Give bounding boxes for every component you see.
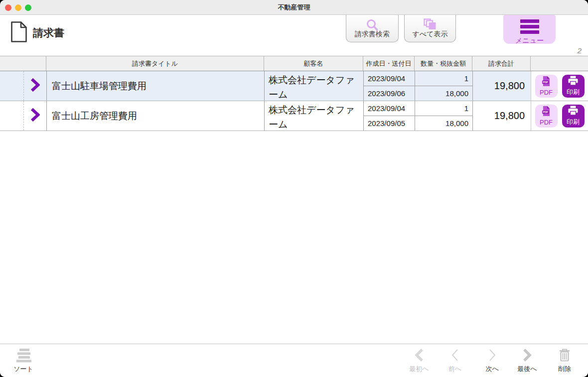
zoom-window-button[interactable] <box>25 4 31 11</box>
menu-button-label: メニュー <box>515 36 544 45</box>
document-icon <box>10 21 28 45</box>
row-margin <box>0 101 24 130</box>
window-title: 不動産管理 <box>278 3 310 12</box>
next-record-button[interactable]: 次へ <box>472 347 512 374</box>
sort-label: ソート <box>13 365 33 374</box>
quantity[interactable]: 1 <box>415 101 472 116</box>
titlebar: 不動産管理 <box>0 0 588 15</box>
show-all-button[interactable]: すべて表示 <box>404 15 456 42</box>
customer-name-cell[interactable]: 株式会社データファーム <box>264 101 363 130</box>
first-record-button[interactable]: 最初へ <box>399 347 439 374</box>
page-header: 請求書 請求書検索 すべて表示 <box>0 15 588 56</box>
column-header-customer: 顧客名 <box>264 56 363 71</box>
row-actions: PDF PDF 印刷 <box>531 101 588 130</box>
dates-cell: 2023/09/04 2023/09/06 <box>363 71 415 101</box>
table-row[interactable]: 富士山駐車場管理費用 株式会社データファーム 2023/09/04 2023/0… <box>0 71 588 101</box>
invoice-total[interactable]: 19,800 <box>472 71 531 101</box>
next-record-label: 次へ <box>486 365 499 374</box>
column-header-controls <box>0 56 46 71</box>
table-header-row: 請求書タイトル 顧客名 作成日・送付日 数量・税抜金額 請求合計 <box>0 56 588 71</box>
customer-name-cell[interactable]: 株式会社データファーム <box>264 71 363 101</box>
previous-record-label: 前へ <box>448 365 461 374</box>
search-invoices-button[interactable]: 請求書検索 <box>346 15 399 42</box>
sent-date[interactable]: 2023/09/05 <box>364 116 415 130</box>
chevron-last-icon <box>522 347 533 363</box>
pdf-file-icon: PDF <box>541 76 551 88</box>
pdf-button-label: PDF <box>540 119 553 126</box>
print-button[interactable]: 印刷 <box>562 105 585 127</box>
sort-button[interactable]: ソート <box>3 347 43 374</box>
trash-icon <box>558 347 571 363</box>
table-row[interactable]: 富士山工房管理費用 株式会社データファーム 2023/09/04 2023/09… <box>0 101 588 131</box>
window-controls <box>0 0 31 15</box>
chevron-right-icon <box>30 78 40 94</box>
column-header-qty-amount: 数量・税抜金額 <box>415 56 472 71</box>
row-actions: PDF PDF 印刷 <box>531 71 588 101</box>
pdf-button[interactable]: PDF PDF <box>535 75 558 98</box>
layers-icon <box>424 18 437 32</box>
sort-icon <box>14 347 32 363</box>
minimize-window-button[interactable] <box>15 4 21 11</box>
amount-ex-tax[interactable]: 18,000 <box>415 116 472 130</box>
empty-body-area <box>0 131 588 344</box>
chevron-first-icon <box>414 347 425 363</box>
print-button[interactable]: 印刷 <box>562 75 585 98</box>
created-date[interactable]: 2023/09/04 <box>364 101 415 116</box>
delete-record-button[interactable]: 削除 <box>545 347 585 374</box>
pdf-button[interactable]: PDF PDF <box>535 105 558 127</box>
invoice-title-cell[interactable]: 富士山工房管理費用 <box>46 101 264 130</box>
svg-text:PDF: PDF <box>543 111 548 114</box>
created-date[interactable]: 2023/09/04 <box>364 71 415 86</box>
record-count: 2 <box>578 46 582 55</box>
pdf-button-label: PDF <box>540 89 553 96</box>
printer-icon <box>568 106 579 117</box>
previous-record-button[interactable]: 前へ <box>435 347 475 374</box>
page-title: 請求書 <box>33 26 64 40</box>
close-window-button[interactable] <box>5 4 11 11</box>
column-header-invoice-title: 請求書タイトル <box>46 56 264 71</box>
app-window: 不動産管理 請求書 請求書検索 <box>0 0 588 377</box>
search-icon <box>366 18 379 33</box>
chevron-prev-icon <box>449 347 460 363</box>
column-header-dates: 作成日・送付日 <box>363 56 415 71</box>
svg-text:PDF: PDF <box>543 81 548 84</box>
chevron-right-icon <box>30 108 40 124</box>
last-record-label: 最後へ <box>517 365 537 374</box>
footer-toolbar: ソート 最初へ 前へ 次へ <box>0 344 588 377</box>
go-to-record-button[interactable] <box>24 71 46 101</box>
qty-amount-cell: 1 18,000 <box>415 101 472 130</box>
delete-record-label: 削除 <box>558 365 571 374</box>
print-button-label: 印刷 <box>567 118 580 126</box>
row-margin <box>0 71 24 101</box>
quantity[interactable]: 1 <box>415 71 472 86</box>
printer-icon <box>568 76 579 87</box>
go-to-record-button[interactable] <box>24 101 46 130</box>
pdf-file-icon: PDF <box>541 106 551 118</box>
menu-button[interactable]: メニュー <box>503 15 556 44</box>
first-record-label: 最初へ <box>409 365 429 374</box>
sent-date[interactable]: 2023/09/06 <box>364 86 415 101</box>
dates-cell: 2023/09/04 2023/09/05 <box>363 101 415 130</box>
invoice-title-cell[interactable]: 富士山駐車場管理費用 <box>46 71 264 101</box>
print-button-label: 印刷 <box>567 88 580 97</box>
invoice-list: 富士山駐車場管理費用 株式会社データファーム 2023/09/04 2023/0… <box>0 71 588 131</box>
amount-ex-tax[interactable]: 18,000 <box>415 86 472 101</box>
last-record-button[interactable]: 最後へ <box>507 347 547 374</box>
invoice-total[interactable]: 19,800 <box>472 101 531 130</box>
qty-amount-cell: 1 18,000 <box>415 71 472 101</box>
chevron-next-icon <box>487 347 498 363</box>
column-header-total: 請求合計 <box>472 56 531 71</box>
column-header-actions <box>531 56 588 71</box>
hamburger-icon <box>520 19 539 34</box>
